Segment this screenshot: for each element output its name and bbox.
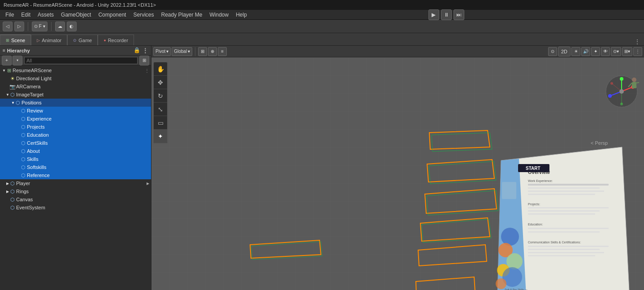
tree-directional-light[interactable]: ▶ ☀ Directional Light [0,74,151,82]
menu-gameobject[interactable]: GameObject [57,11,95,19]
tree-about[interactable]: ▶ ⬡ About [0,147,151,155]
toolbar: ◁ ▷ ⊙ F ▾ ☁ ◐ [0,20,644,33]
layers-btn[interactable]: ⊙ F ▾ [32,22,48,31]
undo-btn[interactable]: ◁ [3,22,13,31]
pause-button[interactable]: ⏸ [441,9,452,20]
play-button[interactable]: ▶ [428,9,439,20]
render-dropdown[interactable]: ⊙▾ [611,47,621,56]
transform-tool[interactable]: ✦ [154,130,167,143]
cube-icon: ⬡ [10,205,15,210]
tree-positions[interactable]: ▼ ⬡ Positions [0,99,151,107]
tab-game[interactable]: ⊙ Game [67,35,98,45]
tree-label: Softskills [27,164,46,170]
tab-animator[interactable]: ▷ Animator [31,35,67,45]
hand-tool[interactable]: ✋ [154,62,167,76]
cube-icon: ⬡ [21,156,26,162]
scene-view[interactable]: Pivot ▾ Global ▾ ⊞ ⊕ ≡ ⊙ 2D ☀ 🔊 ✦ 👁 ⊙ [151,46,644,290]
tree-projects[interactable]: ▶ ⬡ Projects [0,123,151,131]
move-tool[interactable]: ✥ [154,76,167,89]
scene-toolbar-right: ⊙ 2D ☀ 🔊 ✦ 👁 ⊙▾ ⊞▾ ⋮ [548,47,642,56]
cloud-btn[interactable]: ☁ [55,22,65,31]
tree-experience[interactable]: ▶ ⬡ Experience [0,115,151,123]
more-options-btn[interactable]: ⋮ [633,47,642,56]
sep3 [195,47,195,56]
add-arrow-btn[interactable]: ▾ [13,56,22,65]
rotate-tool[interactable]: ↻ [154,89,167,103]
menu-component[interactable]: Component [95,11,130,19]
audio-btn[interactable]: 🔊 [581,47,590,56]
tab-scene[interactable]: ⊞ Scene [0,35,31,45]
tree-player[interactable]: ▶ ⬡ Player ▶ [0,179,151,187]
tree-label: About [27,148,40,154]
redo-btn[interactable]: ▷ [14,22,24,31]
grid-toggle-btn[interactable]: ⊞ [198,47,207,56]
2d-button[interactable]: 2D [558,47,571,56]
hierarchy-options[interactable]: ⋮ [142,47,148,54]
tree-label: ResumeARScene [13,68,52,73]
svg-text:Projects:: Projects: [528,203,540,206]
snap-btn[interactable]: ⊕ [208,47,217,56]
tree-imagetarget[interactable]: ▼ ⬡ ImageTarget [0,91,151,99]
tree-label: CertSkills [27,140,48,146]
menu-assets[interactable]: Assets [34,11,57,19]
search-icon[interactable]: ⊞ [139,56,149,65]
scene-canvas[interactable]: Overview Work Experience: Projects: Educ… [151,57,644,290]
cube-icon: ⬡ [21,132,26,138]
play-controls: ▶ ⏸ ⏭ [428,9,464,20]
game-icon: ⊙ [73,38,77,43]
pivot-dropdown[interactable]: Pivot ▾ [153,47,171,56]
expand-arrow: ▶ [147,182,149,186]
tab-options[interactable]: ⋮ [634,38,640,45]
hierarchy-search-input[interactable] [24,57,138,64]
persp-icon[interactable]: ⊙ [548,47,557,56]
menu-services[interactable]: Services [130,11,157,19]
tree-eventsystem[interactable]: ▶ ⬡ EventSystem [0,203,151,212]
scale-tool[interactable]: ⤡ [154,103,167,116]
tree-options[interactable]: ⋮ [145,68,149,73]
overlay-dropdown[interactable]: ⊞▾ [622,47,632,56]
tree-rings[interactable]: ▶ ⬡ Rings [0,187,151,195]
hidden-btn[interactable]: 👁 [601,47,610,56]
cube-icon: ⬡ [10,189,15,194]
tab-recorder[interactable]: ● Recorder [98,35,134,45]
tree-label: Player [16,181,30,186]
gizmo-btn[interactable]: ≡ [218,47,227,56]
effects-btn[interactable]: ✦ [591,47,600,56]
collab-btn[interactable]: ◐ [67,22,77,31]
tree-reference[interactable]: ▶ ⬡ Reference [0,171,151,179]
lock-icon[interactable]: 🔒 [134,47,140,54]
svg-rect-11 [528,210,600,212]
tree-canvas[interactable]: ▶ ⬡ Canvas [0,195,151,203]
cube-icon: ⬡ [21,108,26,113]
tree-skills[interactable]: ▶ ⬡ Skills [0,155,151,163]
scene-gizmo[interactable] [604,74,640,109]
global-dropdown[interactable]: Global ▾ [172,47,192,56]
svg-text:Work Experience:: Work Experience: [528,179,553,183]
menu-file[interactable]: File [2,11,17,19]
svg-point-49 [610,82,613,85]
menu-window[interactable]: Window [206,11,233,19]
lighting-btn[interactable]: ☀ [571,47,580,56]
tree-education[interactable]: ▶ ⬡ Education [0,131,151,139]
svg-line-60 [636,82,639,83]
hierarchy-title: Hierarchy [7,48,30,53]
add-hierarchy-btn[interactable]: + [2,56,12,65]
tree-label: Projects [27,124,45,130]
svg-rect-15 [528,231,600,233]
svg-rect-17 [528,246,609,247]
triangle-icon: ▶ [5,189,10,194]
svg-point-57 [632,78,636,82]
menu-help[interactable]: Help [232,11,251,19]
light-icon: ☀ [10,76,15,81]
tree-softskills[interactable]: ▶ ⬡ Softskills [0,163,151,171]
menu-readyplayerme[interactable]: Ready Player Me [157,11,206,19]
tree-review[interactable]: ▶ ⬡ Review [0,107,151,115]
step-button[interactable]: ⏭ [454,9,464,20]
tree-certskills[interactable]: ▶ ⬡ CertSkills [0,139,151,147]
svg-rect-5 [528,184,609,186]
tree-arcamera[interactable]: ▶ 📷 ARCamera [0,82,151,91]
rect-tool[interactable]: ▭ [154,116,167,130]
tree-label: Education [27,132,49,138]
menu-edit[interactable]: Edit [17,11,34,19]
tree-resumearscene[interactable]: ▼ ⊞ ResumeARScene ⋮ [0,66,151,74]
